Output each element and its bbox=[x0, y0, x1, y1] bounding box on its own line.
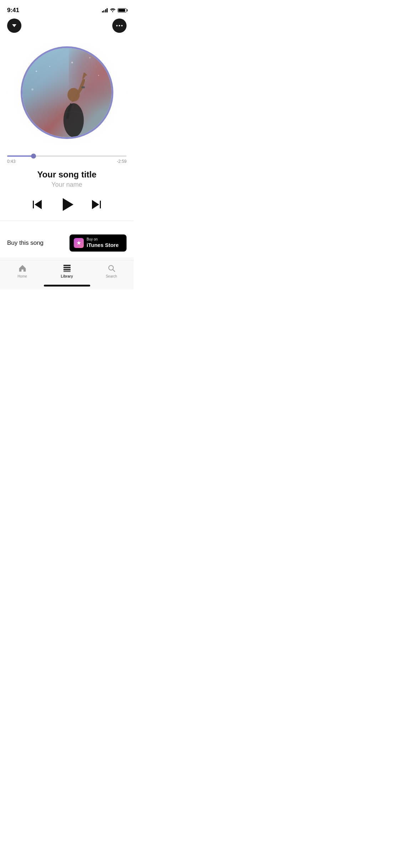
battery-icon bbox=[118, 8, 127, 12]
album-section: 0:43 -2:59 Your song title Your name bbox=[0, 36, 134, 213]
album-art-container bbox=[10, 36, 124, 150]
itunes-large-text: iTunes Store bbox=[87, 242, 119, 249]
progress-thumb bbox=[31, 154, 36, 159]
progress-times: 0:43 -2:59 bbox=[7, 159, 127, 164]
svg-rect-4 bbox=[63, 267, 71, 268]
search-icon bbox=[107, 264, 116, 273]
itunes-badge[interactable]: ★ Buy on iTunes Store bbox=[70, 234, 127, 252]
remaining-time: -2:59 bbox=[117, 159, 127, 164]
performer-silhouette bbox=[51, 66, 97, 137]
smoke-particle bbox=[49, 66, 50, 67]
chevron-down-icon bbox=[12, 24, 16, 27]
smoke-particle bbox=[71, 62, 73, 63]
smoke-particle bbox=[89, 57, 91, 58]
next-button[interactable] bbox=[90, 198, 103, 211]
playback-controls bbox=[31, 196, 103, 213]
buy-song-row: Buy this song ★ Buy on iTunes Store bbox=[0, 228, 134, 258]
smoke-particle bbox=[31, 88, 34, 91]
smoke-particle bbox=[36, 71, 37, 72]
play-pause-button[interactable] bbox=[58, 196, 76, 213]
itunes-small-text: Buy on bbox=[87, 237, 119, 242]
tab-home-label: Home bbox=[17, 274, 27, 278]
song-info: Your song title Your name bbox=[37, 170, 96, 188]
play-icon bbox=[63, 198, 73, 211]
more-dots-icon bbox=[116, 25, 123, 26]
svg-rect-2 bbox=[81, 86, 85, 88]
progress-section: 0:43 -2:59 bbox=[7, 155, 127, 164]
tab-library[interactable]: Library bbox=[45, 264, 89, 278]
album-circle bbox=[21, 46, 113, 139]
svg-line-8 bbox=[113, 270, 115, 272]
current-time: 0:43 bbox=[7, 159, 15, 164]
tab-home[interactable]: Home bbox=[0, 264, 45, 278]
home-icon bbox=[18, 264, 27, 273]
song-title: Your song title bbox=[37, 170, 96, 180]
smoke-particle bbox=[98, 75, 99, 76]
signal-icon bbox=[102, 8, 108, 12]
itunes-icon: ★ bbox=[74, 238, 84, 248]
status-bar: 9:41 bbox=[0, 0, 134, 16]
song-artist: Your name bbox=[37, 181, 96, 188]
collapse-button[interactable] bbox=[7, 19, 21, 33]
divider bbox=[0, 221, 134, 221]
skip-back-triangle bbox=[35, 200, 42, 209]
tab-search[interactable]: Search bbox=[89, 264, 134, 278]
buy-song-label: Buy this song bbox=[7, 239, 43, 247]
skip-forward-icon bbox=[92, 200, 101, 209]
album-art bbox=[22, 48, 112, 137]
header-buttons bbox=[0, 16, 134, 36]
svg-rect-5 bbox=[63, 269, 71, 270]
more-options-button[interactable] bbox=[112, 19, 127, 33]
svg-rect-3 bbox=[63, 265, 71, 266]
svg-point-0 bbox=[63, 103, 84, 137]
previous-button[interactable] bbox=[31, 198, 44, 211]
progress-bar-track[interactable] bbox=[7, 155, 127, 157]
status-icons bbox=[102, 8, 127, 13]
star-icon: ★ bbox=[76, 239, 81, 246]
status-time: 9:41 bbox=[7, 7, 19, 14]
wifi-icon bbox=[110, 8, 115, 13]
tab-bar: Home Library Search bbox=[0, 260, 134, 289]
skip-back-icon bbox=[33, 200, 42, 209]
skip-fwd-triangle bbox=[92, 200, 99, 209]
itunes-badge-text: Buy on iTunes Store bbox=[87, 237, 119, 249]
tab-search-label: Search bbox=[106, 274, 117, 278]
home-indicator bbox=[44, 285, 90, 286]
progress-bar-fill bbox=[7, 155, 34, 157]
library-icon bbox=[62, 264, 72, 273]
svg-rect-6 bbox=[63, 271, 71, 272]
tab-library-label: Library bbox=[61, 274, 73, 278]
